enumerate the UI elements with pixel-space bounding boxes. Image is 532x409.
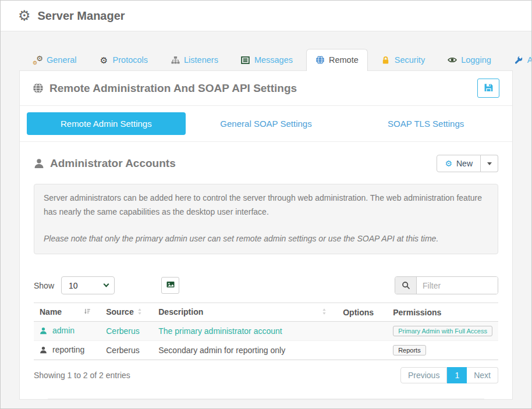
column-label: Options: [343, 308, 374, 317]
cell-description: The primary administrator account: [152, 322, 337, 341]
next-page-button[interactable]: Next: [467, 367, 498, 383]
settings-subtabs: Remote Admin Settings General SOAP Setti…: [20, 106, 512, 141]
search-icon: [395, 277, 417, 294]
new-button-group: ⚙ New: [437, 155, 498, 172]
page-1-button[interactable]: 1: [447, 367, 467, 383]
permissions-badge: Primary Admin with Full Access: [393, 326, 492, 336]
person-icon: [40, 346, 47, 355]
table-controls: Show 10: [34, 276, 498, 294]
person-icon: [40, 327, 47, 336]
info-box: Server administrators can be added here …: [34, 184, 498, 254]
filter-input-group: [395, 276, 498, 294]
globe-icon: [33, 83, 44, 94]
column-header-permissions[interactable]: Permissions: [387, 303, 498, 322]
tab-messages[interactable]: Messages: [232, 49, 302, 71]
info-note: Please note that only the primary admin …: [44, 232, 488, 246]
previous-page-button[interactable]: Previous: [400, 367, 447, 383]
save-button[interactable]: [477, 79, 499, 98]
tab-advanced[interactable]: Advanced: [505, 49, 532, 71]
cell-source: Cerberus: [100, 341, 152, 360]
cell-permissions: Reports: [387, 341, 498, 360]
wrench-icon: [514, 55, 523, 65]
tab-remote[interactable]: Remote: [306, 49, 368, 71]
column-header-options[interactable]: Options: [337, 303, 387, 322]
page-size-select[interactable]: 10: [61, 276, 115, 294]
gears-icon: ⚙⚙: [33, 55, 42, 65]
globe-icon: [315, 55, 325, 65]
lock-icon: [381, 55, 391, 65]
remote-settings-panel: Remote Administration And SOAP API Setti…: [19, 70, 513, 400]
pagination: Previous 1 Next: [400, 367, 498, 383]
cell-name: admin: [34, 322, 100, 341]
new-button-label: New: [456, 159, 473, 168]
gear-icon: ⚙: [18, 9, 31, 23]
subtab-soap-tls-settings[interactable]: SOAP TLS Settings: [346, 112, 505, 135]
divider: [48, 399, 484, 399]
app-header: ⚙ Server Manager: [1, 1, 531, 31]
info-text: Server administrators can be added here …: [44, 191, 488, 219]
tab-security[interactable]: Security: [372, 49, 434, 71]
sort-asc-icon: [83, 308, 91, 317]
cell-options: [337, 341, 387, 360]
sitemap-icon: [171, 55, 180, 65]
tab-label: Remote: [329, 55, 359, 65]
tab-label: Messages: [254, 55, 293, 65]
page-title: Server Manager: [38, 9, 125, 23]
cell-options: [337, 322, 387, 341]
tab-general[interactable]: ⚙⚙ General: [24, 49, 86, 71]
cell-source: Cerberus: [100, 322, 152, 341]
tab-logging[interactable]: Logging: [438, 49, 501, 71]
new-dropdown-button[interactable]: [481, 155, 498, 172]
section-heading: Administrator Accounts: [50, 157, 176, 170]
tab-label: Protocols: [113, 55, 148, 65]
export-image-button[interactable]: [161, 277, 179, 294]
table-row-reporting[interactable]: reporting Cerberus Secondary admin for r…: [34, 341, 498, 360]
admin-name: reporting: [52, 345, 84, 354]
chevron-down-icon: [487, 162, 492, 165]
column-label: Source: [106, 307, 133, 316]
show-label: Show: [34, 281, 54, 290]
tab-label: Logging: [461, 55, 491, 65]
table-row-admin[interactable]: admin Cerberus The primary administrator…: [34, 322, 498, 341]
panel-title: Remote Administration And SOAP API Setti…: [49, 82, 297, 95]
list-icon: [241, 55, 250, 65]
table-header-row: Name Source Description: [34, 303, 498, 322]
column-header-description[interactable]: Description: [152, 303, 337, 322]
cell-permissions: Primary Admin with Full Access: [387, 322, 498, 341]
person-icon: [34, 158, 44, 169]
tab-label: Security: [395, 55, 425, 65]
accounts-header: Administrator Accounts ⚙ New: [34, 155, 498, 172]
filter-input[interactable]: [417, 277, 498, 294]
new-button[interactable]: ⚙ New: [437, 155, 481, 172]
gear-icon: ⚙: [445, 159, 452, 168]
sort-icon: [321, 308, 328, 317]
tab-label: General: [47, 55, 77, 65]
main-tab-bar: ⚙⚙ General ⚙ Protocols Listeners Message…: [24, 49, 513, 71]
column-header-source[interactable]: Source: [100, 303, 152, 322]
panel-title-bar: Remote Administration And SOAP API Setti…: [20, 71, 512, 105]
tab-listeners[interactable]: Listeners: [161, 49, 228, 71]
tab-label: Advanced: [527, 55, 532, 65]
admin-name: admin: [52, 326, 75, 335]
column-label: Name: [40, 307, 62, 316]
tab-label: Listeners: [184, 55, 218, 65]
image-icon: [166, 280, 175, 291]
gear-icon: ⚙: [100, 55, 109, 65]
column-label: Description: [158, 307, 203, 316]
subtab-general-soap-settings[interactable]: General SOAP Settings: [187, 112, 346, 135]
table-footer: Showing 1 to 2 of 2 entries Previous 1 N…: [34, 367, 498, 383]
column-label: Permissions: [393, 308, 441, 317]
permissions-badge: Reports: [393, 345, 426, 355]
subtab-remote-admin-settings[interactable]: Remote Admin Settings: [27, 112, 186, 135]
cell-description: Secondary admin for reporting only: [152, 341, 337, 360]
eye-icon: [448, 55, 457, 65]
entries-summary: Showing 1 to 2 of 2 entries: [34, 371, 130, 380]
page-size-select-wrap: 10: [61, 276, 115, 294]
tab-protocols[interactable]: ⚙ Protocols: [90, 49, 157, 71]
floppy-icon: [484, 83, 494, 94]
administrator-accounts-section: Administrator Accounts ⚙ New Server admi…: [20, 142, 512, 399]
sort-icon: [136, 308, 143, 317]
column-header-name[interactable]: Name: [34, 303, 100, 322]
cell-name: reporting: [34, 341, 100, 360]
admin-accounts-table: Name Source Description: [34, 303, 498, 360]
